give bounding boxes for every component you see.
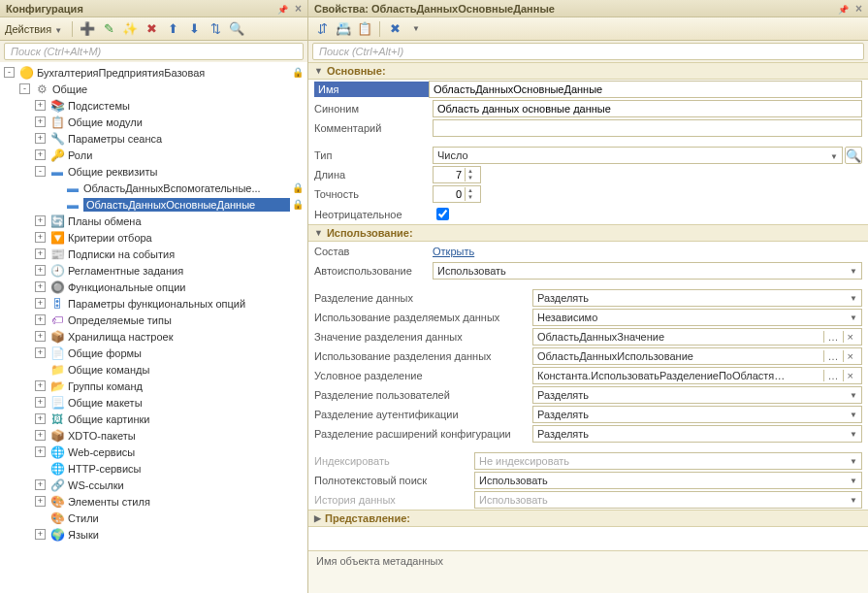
input-synonym[interactable]: [433, 100, 862, 117]
config-tree[interactable]: -🟡БухгалтерияПредприятияБазовая🔒-⚙Общие+…: [0, 62, 307, 593]
pin-icon[interactable]: 📌: [838, 5, 849, 15]
select-authsep[interactable]: Разделять▼: [532, 406, 862, 423]
clear-button[interactable]: ×: [843, 331, 857, 343]
find-button[interactable]: 🔍: [228, 20, 245, 38]
spin-up-icon[interactable]: ▲: [466, 187, 475, 194]
tree-node[interactable]: +🎛Параметры функциональных опций: [0, 295, 307, 312]
tree-node[interactable]: +📄Общие формы: [0, 345, 307, 361]
down-button[interactable]: ⬇: [185, 20, 203, 38]
clear-button[interactable]: ✖: [386, 20, 403, 38]
select-fulltext[interactable]: Использовать▼: [474, 472, 862, 489]
select-sepvalue[interactable]: ОбластьДанныхЗначение…×: [532, 328, 862, 346]
edit-button[interactable]: ✎: [100, 20, 117, 38]
tree-node[interactable]: 🎨Стили: [0, 510, 307, 526]
link-composition[interactable]: Открыть: [433, 246, 474, 257]
input-name[interactable]: [429, 81, 862, 98]
tree-node[interactable]: +📚Подсистемы: [0, 97, 307, 114]
properties-search[interactable]: Поиск (Ctrl+Alt+I): [312, 43, 864, 60]
input-length[interactable]: ▲▼: [433, 166, 481, 183]
tree-node[interactable]: +🕘Регламентные задания: [0, 262, 307, 279]
spin-down-icon[interactable]: ▼: [466, 175, 475, 181]
tree-node[interactable]: ▬ОбластьДанныхОсновныеДанные🔒: [0, 196, 307, 213]
expand-icon[interactable]: +: [35, 380, 46, 391]
expand-icon[interactable]: +: [35, 232, 46, 243]
tree-node[interactable]: +📃Общие макеты: [0, 394, 307, 411]
tree-node[interactable]: -🟡БухгалтерияПредприятияБазовая🔒: [0, 64, 307, 81]
collapse-icon[interactable]: -: [4, 67, 15, 78]
collapse-icon[interactable]: ▼: [314, 66, 323, 76]
chevron-down-icon[interactable]: ▼: [850, 430, 857, 439]
select-sepuse[interactable]: ОбластьДанныхИспользование…×: [532, 347, 862, 365]
close-icon[interactable]: ×: [855, 2, 862, 16]
expand-icon[interactable]: +: [35, 265, 46, 276]
expand-icon[interactable]: +: [35, 281, 46, 292]
tree-node[interactable]: +📋Общие модули: [0, 114, 307, 130]
section-presentation[interactable]: ▶ Представление:: [308, 510, 868, 527]
select-sepdatause[interactable]: Независимо▼: [532, 309, 862, 326]
clear-button[interactable]: ×: [843, 350, 857, 362]
delete-button[interactable]: ✖: [143, 20, 160, 38]
add-button[interactable]: ➕: [79, 20, 96, 38]
expand-icon[interactable]: +: [35, 149, 46, 160]
select-condsep[interactable]: Константа.ИспользоватьРазделениеПоОбласт…: [532, 367, 862, 384]
tree-node[interactable]: +📰Подписки на события: [0, 246, 307, 262]
important-button[interactable]: 📋: [356, 20, 373, 38]
section-main[interactable]: ▼ Основные:: [308, 62, 868, 80]
tree-node[interactable]: +📦Хранилища настроек: [0, 328, 307, 345]
tree-node[interactable]: 📁Общие команды: [0, 361, 307, 378]
expand-icon[interactable]: ▶: [314, 513, 321, 523]
type-search-button[interactable]: 🔍: [845, 147, 862, 164]
tree-node[interactable]: +🌐Web-сервисы: [0, 444, 307, 460]
chevron-down-icon[interactable]: ▼: [850, 411, 857, 419]
ellipsis-button[interactable]: …: [823, 350, 843, 362]
pin-icon[interactable]: 📌: [277, 5, 288, 15]
expand-icon[interactable]: +: [35, 215, 46, 226]
expand-icon[interactable]: +: [35, 430, 46, 441]
tree-node[interactable]: +🌍Языки: [0, 526, 307, 543]
collapse-icon[interactable]: -: [35, 166, 46, 177]
tree-node[interactable]: +🔑Роли: [0, 147, 307, 163]
chevron-down-icon[interactable]: ▼: [830, 152, 838, 161]
categories-button[interactable]: 📇: [335, 20, 352, 38]
spin-down-icon[interactable]: ▼: [466, 194, 475, 201]
expand-icon[interactable]: +: [35, 133, 46, 144]
expand-icon[interactable]: +: [35, 446, 46, 457]
ellipsis-button[interactable]: …: [823, 370, 843, 381]
select-autouse[interactable]: Использовать▼: [433, 262, 862, 280]
expand-icon[interactable]: +: [35, 529, 46, 540]
tree-node[interactable]: ▬ОбластьДанныхВспомогательные...🔒: [0, 180, 307, 196]
expand-icon[interactable]: +: [35, 116, 46, 127]
expand-icon[interactable]: +: [35, 496, 46, 507]
spin-up-icon[interactable]: ▲: [466, 168, 475, 175]
tree-node[interactable]: +📦XDTO-пакеты: [0, 427, 307, 444]
tree-node[interactable]: +🔧Параметры сеанса: [0, 130, 307, 147]
expand-icon[interactable]: +: [35, 413, 46, 424]
expand-icon[interactable]: +: [35, 100, 46, 111]
checkbox-nonneg[interactable]: [436, 208, 449, 220]
actions-menu[interactable]: Действия ▼: [5, 23, 62, 35]
select-type[interactable]: Число ▼: [433, 147, 843, 164]
config-search[interactable]: Поиск (Ctrl+Alt+M): [4, 43, 304, 60]
tree-node[interactable]: 🌐HTTP-сервисы: [0, 460, 307, 477]
wand-button[interactable]: ✨: [121, 20, 139, 38]
section-usage[interactable]: ▼ Использование:: [308, 224, 868, 242]
expand-icon[interactable]: +: [35, 347, 46, 358]
select-usersep[interactable]: Разделять▼: [532, 386, 862, 404]
tree-node[interactable]: -▬Общие реквизиты: [0, 163, 307, 180]
tree-node[interactable]: -⚙Общие: [0, 81, 307, 97]
chevron-down-icon[interactable]: ▼: [850, 267, 857, 276]
dropdown-button[interactable]: ▼: [407, 20, 425, 38]
clear-button[interactable]: ×: [843, 370, 857, 381]
select-extsep[interactable]: Разделять▼: [532, 425, 862, 443]
sort-button[interactable]: ⇅: [207, 20, 224, 38]
tree-node[interactable]: +🎨Элементы стиля: [0, 493, 307, 510]
collapse-icon[interactable]: -: [19, 83, 30, 94]
tree-node[interactable]: +📂Группы команд: [0, 378, 307, 394]
input-precision[interactable]: ▲▼: [433, 185, 481, 203]
tree-node[interactable]: +🖼Общие картинки: [0, 411, 307, 427]
chevron-down-icon[interactable]: ▼: [850, 294, 857, 303]
expand-icon[interactable]: +: [35, 397, 46, 408]
tree-node[interactable]: +🔘Функциональные опции: [0, 279, 307, 295]
expand-icon[interactable]: +: [35, 331, 46, 342]
expand-icon[interactable]: +: [35, 298, 46, 309]
